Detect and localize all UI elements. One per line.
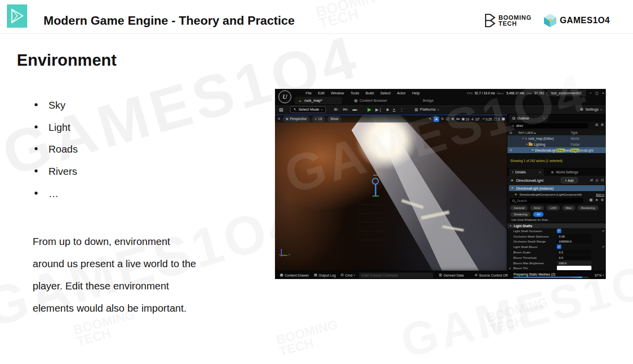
chip-misc[interactable]: Misc [562, 205, 575, 210]
gear-icon[interactable]: ⚙ [601, 123, 604, 127]
add-actor-icon[interactable]: ⊞▾ [334, 107, 338, 112]
zoom-dropdown[interactable]: 67% ▾ [594, 274, 604, 277]
show-dropdown[interactable]: Show [327, 116, 341, 122]
menu-tools[interactable]: Tools [351, 91, 360, 95]
world-local-icon[interactable]: ⊕ [452, 117, 454, 121]
chip-all[interactable]: All [533, 212, 543, 217]
menu-file[interactable]: File [306, 91, 312, 95]
tab-outliner[interactable]: ⊟ Outliner × [509, 115, 548, 122]
clear-search-icon[interactable]: × [512, 124, 514, 127]
value-field[interactable]: 100.0 [557, 261, 591, 265]
content-drawer-button[interactable]: ▦ Content Drawer [280, 273, 309, 277]
value-field[interactable]: 0.2 [557, 250, 591, 254]
checkbox-checked-icon[interactable]: ✓ [557, 244, 561, 249]
outliner-row-world[interactable]: ▾ ▲ rock_map (Editor) World [507, 135, 606, 141]
gear-icon[interactable]: ⚙ [601, 198, 604, 202]
platforms-dropdown[interactable]: ▥ Platforms ▾ [414, 107, 439, 112]
color-swatch[interactable] [557, 266, 591, 270]
cmd-dropdown[interactable]: ⊟ Cmd ▾ [341, 273, 355, 277]
close-icon[interactable]: × [543, 117, 545, 120]
display-options-icon[interactable]: ▦ [589, 198, 593, 202]
play-icon[interactable]: ▶ [367, 107, 371, 112]
browse-icon[interactable]: ⇄ [590, 178, 593, 182]
reset-icon[interactable]: ↺ [602, 229, 604, 233]
checkbox-checked-icon[interactable]: ✓ [557, 229, 561, 233]
reset-icon[interactable]: ↺ [602, 245, 604, 248]
output-log-button[interactable]: ▤ Output Log [314, 273, 336, 277]
rotate-tool-icon[interactable]: ↻ [441, 117, 444, 121]
chip-streaming[interactable]: Streaming [510, 212, 531, 217]
unreal-logo-icon[interactable]: U [278, 90, 291, 103]
mem-value: 5,466.17 mb [506, 91, 524, 95]
minimize-button[interactable]: − [589, 91, 592, 95]
translate-gizmo[interactable] [370, 176, 382, 199]
visibility-column-icon[interactable]: ⊙ [509, 131, 512, 135]
value-field[interactable]: 0.0 [557, 255, 591, 260]
lit-dropdown[interactable]: ◐ Lit [312, 116, 325, 122]
eject-icon[interactable]: ▲ [393, 108, 396, 112]
folder-add-icon[interactable]: ⊞ [595, 123, 598, 127]
details-search-input[interactable]: Search [509, 198, 584, 203]
select-mode-dropdown[interactable]: ↖ Select Mode ▾ [290, 106, 326, 113]
menu-edit[interactable]: Edit [318, 91, 324, 95]
menu-build[interactable]: Build [365, 91, 374, 95]
chip-general[interactable]: General [510, 205, 528, 210]
viewport-layout-icon[interactable]: ▦ [501, 117, 505, 121]
chip-lod[interactable]: LOD [546, 205, 559, 210]
tab-details[interactable]: ⟊ Details × [509, 168, 544, 176]
tab-bridge[interactable]: Bridge [423, 97, 434, 104]
chip-actor[interactable]: Actor [530, 205, 544, 210]
expander-icon[interactable]: ▾ [526, 143, 528, 146]
settings-dropdown[interactable]: ⚙ Settings ▾ [580, 107, 602, 112]
value-field[interactable]: 0.05 [557, 234, 591, 239]
outliner-search-input[interactable]: × direc [509, 123, 588, 128]
camera-speed[interactable]: ▢3 [494, 117, 500, 121]
info-icon[interactable]: ◎ [595, 178, 598, 182]
eye-icon[interactable]: ⊙ [509, 148, 512, 152]
close-icon[interactable]: × [539, 170, 541, 174]
perspective-dropdown[interactable]: ⊕ Perspective [283, 116, 310, 122]
component-row-light-component[interactable]: ☀ DirectionalLightComponent (LightCompon… [507, 192, 606, 197]
menu-actor[interactable]: Actor [397, 91, 406, 95]
source-control-button[interactable]: ⊘ Source Control Off [475, 273, 508, 277]
viewport[interactable]: Y ≡ ⊕ Perspective ◐ Lit Show [275, 115, 507, 271]
rotation-snap[interactable]: ∠10° [471, 117, 480, 121]
favorites-icon[interactable]: ★ [595, 198, 598, 202]
skip-icon[interactable]: ▶❘ [375, 107, 382, 112]
select-tool-icon[interactable]: ↖ [429, 117, 432, 121]
cinematics-icon[interactable]: ▬▾ [353, 107, 358, 112]
more-options-icon[interactable]: ⋮ [400, 107, 404, 112]
menu-select[interactable]: Select [380, 91, 391, 95]
expander-icon[interactable]: ▸ [509, 267, 511, 270]
tab-content-browser[interactable]: ▦ Content Browser [354, 97, 387, 104]
stop-icon[interactable]: ■ [386, 107, 389, 112]
blueprints-icon[interactable]: ⋈▾ [343, 107, 348, 112]
close-button[interactable]: × [602, 91, 604, 95]
chip-rendering[interactable]: Rendering [578, 205, 598, 210]
component-row-instance[interactable]: ☀ DirectionalLight (Instance) [509, 185, 605, 191]
expander-icon[interactable]: ▾ [522, 137, 524, 140]
surface-snap-icon[interactable]: ⋈ [456, 117, 459, 121]
section-light-shafts[interactable]: ▾ Light Shafts [507, 223, 606, 228]
viewport-menu-icon[interactable]: ≡ [278, 117, 280, 121]
menu-help[interactable]: Help [412, 91, 419, 95]
scale-tool-icon[interactable]: ◱ [446, 117, 450, 121]
tab-world-settings[interactable]: ⊕ World Settings [551, 168, 578, 176]
save-icon[interactable]: ▤ [279, 107, 283, 112]
outliner-row-lighting-folder[interactable]: ▾ Lighting Folder [507, 141, 606, 147]
add-component-button[interactable]: + Add [561, 177, 578, 183]
item-label-column[interactable]: Item Label ▴ [518, 131, 536, 135]
console-command-input[interactable]: Enter Console Command [359, 273, 433, 278]
outliner-row-directional-light[interactable]: ⊙ ☀ DirectionalLighDirectionalLight Dire… [507, 147, 606, 153]
value-field[interactable]: 100000.0 [557, 239, 591, 243]
type-column[interactable]: Type [571, 131, 578, 134]
move-tool-icon[interactable]: + [434, 117, 439, 122]
grid-snap[interactable]: ▦10 [461, 117, 469, 121]
lock-icon[interactable]: ⊡ [601, 178, 604, 182]
scale-snap[interactable]: ↗0.25 [482, 117, 492, 121]
edit-in-link[interactable]: Edit in [595, 193, 604, 196]
derived-data-button[interactable]: ▥ Derived Data [439, 273, 463, 277]
maximize-button[interactable]: ◻ [595, 91, 599, 95]
menu-window[interactable]: Window [331, 91, 344, 95]
tab-level[interactable]: ▲ rock_map* [295, 97, 342, 104]
